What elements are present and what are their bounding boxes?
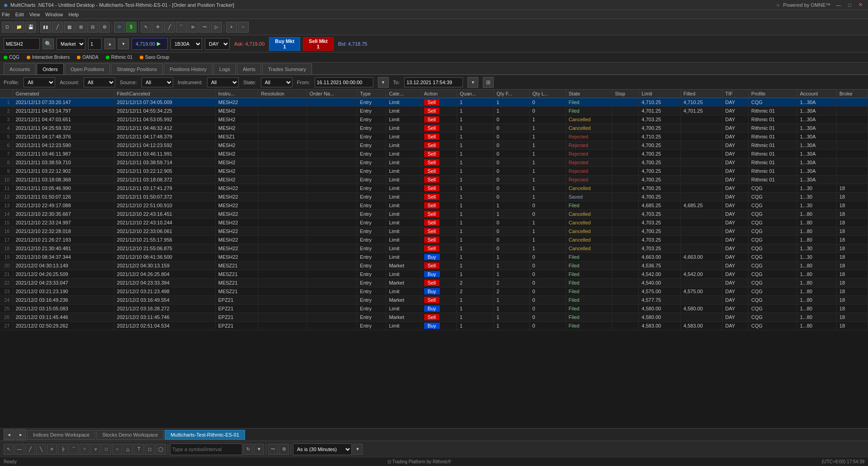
menu-window[interactable]: Window	[45, 12, 63, 17]
col-header-action[interactable]: Action	[421, 90, 457, 98]
account-filter[interactable]: All	[84, 77, 115, 87]
state-filter[interactable]: All	[261, 77, 292, 87]
toolbar-settings[interactable]: ⚙	[99, 22, 110, 33]
draw-fib[interactable]: ╞	[58, 444, 68, 455]
col-header-category[interactable]: Cate...	[386, 90, 421, 98]
menu-file[interactable]: File	[2, 12, 10, 17]
qty-up-button[interactable]: ▲	[104, 38, 115, 49]
table-row[interactable]: 13 2021/12/10 22:49:17.088 2021/12/10 22…	[0, 201, 868, 210]
toolbar-cross[interactable]: ✛	[152, 22, 163, 33]
table-row[interactable]: 9 2021/12/11 03:22:12.902 2021/12/11 03:…	[0, 167, 868, 176]
tab-trades-summary[interactable]: Trades Summary	[262, 63, 312, 74]
table-row[interactable]: 19 2021/12/10 08:34:37.344 2021/12/10 08…	[0, 253, 868, 262]
draw-ray[interactable]: ╱	[25, 444, 35, 455]
tif-select[interactable]: DAY GTC GTD	[205, 38, 230, 50]
conn-cqg[interactable]: CQG	[4, 55, 19, 60]
draw-extline[interactable]: ╲	[36, 444, 46, 455]
close-button[interactable]: ✕	[857, 2, 864, 8]
toolbar-save[interactable]: 💾	[25, 22, 36, 33]
col-header-tif[interactable]: TIF	[722, 90, 749, 98]
table-row[interactable]: 8 2021/12/11 03:38:59.710 2021/12/11 03:…	[0, 158, 868, 167]
draw-rect[interactable]: □	[101, 444, 111, 455]
draw-line[interactable]: —	[14, 444, 24, 455]
col-header-generated[interactable]: Generated	[13, 90, 114, 98]
draw-cursor[interactable]: ↖	[4, 444, 14, 455]
toolbar-candle[interactable]: ▦	[64, 22, 75, 33]
col-header-qtyleave[interactable]: Qty L...	[529, 90, 566, 98]
draw-triangle[interactable]: △	[123, 444, 133, 455]
toolbar-indicator[interactable]: 〜	[199, 22, 210, 33]
ws-next-btn[interactable]: ►	[15, 429, 26, 440]
col-header-profile[interactable]: Profile	[748, 90, 797, 98]
toolbar-line[interactable]: ╱	[52, 22, 63, 33]
table-row[interactable]: 21 2021/12/2 04:26:25.509 2021/12/2 04:2…	[0, 270, 868, 279]
tab-orders[interactable]: Orders	[37, 63, 64, 74]
instrument-filter[interactable]: All	[207, 77, 239, 87]
toolbar-cursor[interactable]: ↖	[141, 22, 151, 33]
toolbar-new[interactable]: 🗋	[2, 22, 13, 33]
menu-help[interactable]: Help	[68, 12, 79, 17]
draw-ellipse[interactable]: ○	[112, 444, 122, 455]
draw-shape1[interactable]: ◻	[145, 444, 155, 455]
source-filter[interactable]: All	[142, 77, 173, 87]
tab-strategy-positions[interactable]: Strategy Positions	[111, 63, 163, 74]
interval-refresh[interactable]: ↻	[243, 444, 253, 455]
maximize-button[interactable]: □	[846, 2, 853, 8]
menu-view[interactable]: View	[29, 12, 40, 17]
orders-table-container[interactable]: Generated Filed\Canceled Instru... Resol…	[0, 90, 868, 428]
table-row[interactable]: 12 2021/12/11 01:50:07.126 2021/12/11 01…	[0, 193, 868, 201]
timeframe-select[interactable]: As is (30 Minutes)	[293, 443, 352, 455]
col-header-instrument[interactable]: Instru...	[215, 90, 258, 98]
toolbar-strategy[interactable]: ▷	[211, 22, 222, 33]
profile-filter[interactable]: All	[24, 77, 55, 87]
from-date-input[interactable]	[315, 77, 373, 87]
conn-saxo[interactable]: Saxo Group	[140, 55, 169, 60]
toolbar-order[interactable]: $	[126, 22, 137, 33]
col-header-limit[interactable]: Limit	[639, 90, 680, 98]
table-row[interactable]: 5 2021/12/11 04:17:48.376 2021/12/11 04:…	[0, 133, 868, 141]
conn-rithmic[interactable]: Rithmic 01	[106, 55, 132, 60]
table-row[interactable]: 2 2021/12/11 04:53:14.797 2021/12/11 04:…	[0, 107, 868, 115]
ws-tab-stocks[interactable]: Stocks Demo Workspace	[96, 430, 164, 440]
toolbar-bar-chart[interactable]: ▮▮	[40, 22, 51, 33]
ws-tab-indices[interactable]: Indices Demo Workspace	[27, 430, 95, 440]
refresh-button[interactable]: ⊞	[483, 77, 494, 88]
table-row[interactable]: 7 2021/12/11 03:46:11.987 2021/12/11 03:…	[0, 150, 868, 158]
from-date-picker[interactable]: ▼	[378, 77, 389, 88]
table-row[interactable]: 4 2021/12/11 04:25:59.322 2021/12/11 04:…	[0, 124, 868, 133]
menu-edit[interactable]: Edit	[15, 12, 24, 17]
to-date-input[interactable]	[404, 77, 463, 87]
toolbar-zoom-in[interactable]: +	[226, 22, 237, 33]
table-row[interactable]: 17 2021/12/10 21:26:27.193 2021/12/10 21…	[0, 236, 868, 244]
table-row[interactable]: 22 2021/12/2 04:23:33.047 2021/12/2 04:2…	[0, 279, 868, 287]
col-header-qtyfilled[interactable]: Qty F...	[494, 90, 529, 98]
chart-type-line[interactable]: 〜	[268, 444, 278, 455]
table-row[interactable]: 20 2021/12/2 04:30:13.149 2021/12/2 04:3…	[0, 262, 868, 270]
toolbar-draw1[interactable]: ╱	[164, 22, 175, 33]
tab-open-positions[interactable]: Open Positions	[65, 63, 110, 74]
table-row[interactable]: 23 2021/12/2 03:21:23.190 2021/12/2 03:2…	[0, 287, 868, 296]
draw-pitchfork[interactable]: ⑂	[80, 444, 90, 455]
sell-market-button[interactable]: Sell Mkt1	[303, 37, 334, 51]
toolbar-zoom-out[interactable]: −	[238, 22, 249, 33]
conn-ib[interactable]: Interactive Brokers	[27, 55, 70, 60]
toolbar-grid[interactable]: ⊞	[75, 22, 86, 33]
col-header-account[interactable]: Account	[797, 90, 836, 98]
draw-fanlines[interactable]: ⋎	[90, 444, 100, 455]
ws-tab-rithmic[interactable]: Multicharts-Test-Rithmic-ES-01	[165, 430, 245, 440]
table-row[interactable]: 1 2021/12/13 07:33:20.147 2021/12/13 07:…	[0, 98, 868, 107]
account-select[interactable]: 1B30A	[170, 38, 202, 50]
col-header-filed[interactable]: Filed\Canceled	[114, 90, 215, 98]
draw-text[interactable]: T	[134, 444, 144, 455]
order-type-select[interactable]: Market Limit Stop	[57, 38, 85, 50]
quantity-input[interactable]	[88, 38, 102, 50]
conn-oanda[interactable]: OANDA	[77, 55, 99, 60]
qty-down-button[interactable]: ▼	[118, 38, 129, 49]
col-header-type[interactable]: Type	[357, 90, 386, 98]
to-date-picker[interactable]: ▼	[467, 77, 478, 88]
tab-accounts[interactable]: Accounts	[4, 63, 36, 74]
table-row[interactable]: 14 2021/12/10 22:30:35.667 2021/12/10 22…	[0, 210, 868, 219]
symbol-interval-input[interactable]	[170, 443, 242, 455]
toolbar-connect[interactable]: ⟳	[114, 22, 125, 33]
col-header-qty[interactable]: Quan...	[457, 90, 494, 98]
